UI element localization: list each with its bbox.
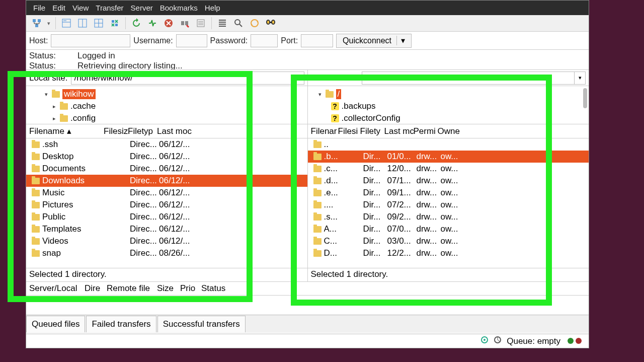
local-tree[interactable]: ▾wikihow▸.cache▸.config <box>26 86 307 124</box>
file-row[interactable]: Desktop Direc... 06/12/... <box>26 151 307 163</box>
remote-site-input[interactable] <box>362 71 575 85</box>
tree-node[interactable]: ▸.config <box>30 112 303 124</box>
svg-rect-3 <box>62 19 70 27</box>
svg-rect-26 <box>270 22 272 23</box>
tree-node[interactable]: ▸.cache <box>30 100 303 112</box>
local-site-input[interactable] <box>71 71 304 85</box>
queue-col[interactable]: Remote file <box>107 283 154 294</box>
file-row[interactable]: Documents Direc... 06/12/... <box>26 163 307 175</box>
transfer-tabs: Queued filesFailed transfersSuccessful t… <box>26 315 589 332</box>
password-input[interactable] <box>251 34 278 47</box>
remote-site-dropdown[interactable]: ▾ <box>575 71 586 85</box>
reconnect-icon[interactable] <box>195 18 206 29</box>
file-row[interactable]: Music Direc... 06/12/... <box>26 187 307 199</box>
local-filelist[interactable]: .ssh Direc... 06/12/... Desktop Direc...… <box>26 138 307 268</box>
quickconnect-bar: Host: Username: Password: Port: Quickcon… <box>26 32 589 50</box>
remote-headers[interactable]: FilenarFilesiFiletyLast mcPermiOwne <box>308 124 589 138</box>
file-row[interactable]: .s... Dir... 09/2... drw... ow... <box>308 211 589 223</box>
column-header[interactable]: Filety <box>360 126 384 136</box>
menu-file[interactable]: File <box>33 4 45 12</box>
queue-col[interactable]: Size <box>157 283 177 294</box>
file-row[interactable]: .. <box>308 138 589 151</box>
local-status: Selected 1 directory. <box>26 268 307 281</box>
queue-col[interactable]: Dire <box>85 283 104 294</box>
toggle-log-icon[interactable] <box>61 18 72 29</box>
queue-col[interactable]: Server/Local <box>29 283 82 294</box>
process-queue-icon[interactable] <box>147 18 158 29</box>
file-row[interactable]: Downloads Direc... 06/12/... <box>26 175 307 187</box>
tree-node[interactable]: ▾/ <box>312 88 585 100</box>
column-header[interactable]: Permi <box>414 126 438 136</box>
username-input[interactable] <box>176 34 207 47</box>
svg-rect-12 <box>181 21 184 25</box>
sync-browse-icon[interactable] <box>249 18 260 29</box>
file-row[interactable]: Templates Direc... 06/12/... <box>26 223 307 235</box>
queue-headers[interactable]: Server/LocalDireRemote fileSizePrioStatu… <box>26 281 589 296</box>
cancel-icon[interactable] <box>163 18 174 29</box>
queue-col[interactable]: Prio <box>180 283 198 294</box>
svg-point-27 <box>267 21 269 24</box>
file-row[interactable]: snap Direc... 08/26/... <box>26 247 307 259</box>
filezilla-window: FileEditViewTransferServerBookmarksHelp … <box>26 0 589 348</box>
tab-0[interactable]: Queued files <box>26 316 85 332</box>
svg-line-23 <box>239 24 242 27</box>
toggle-local-tree-icon[interactable] <box>77 18 88 29</box>
queue-col[interactable]: Status <box>201 283 231 294</box>
menu-bookmarks[interactable]: Bookmarks <box>160 4 198 12</box>
local-site-label: Local site: <box>29 73 68 83</box>
menu-transfer[interactable]: Transfer <box>96 4 123 12</box>
svg-rect-0 <box>33 19 36 22</box>
file-row[interactable]: Pictures Direc... 06/12/... <box>26 199 307 211</box>
remote-filelist[interactable]: .. .b... Dir... 01/0... drw... ow... .c.… <box>308 138 589 268</box>
queue-status-text: Queue: empty <box>507 336 560 346</box>
menu-help[interactable]: Help <box>205 4 220 12</box>
column-header[interactable]: Filesiz <box>104 126 128 136</box>
file-row[interactable]: Videos Direc... 06/12/... <box>26 235 307 247</box>
sitemanager-icon[interactable] <box>31 18 42 29</box>
tab-2[interactable]: Successful transfers <box>157 316 246 332</box>
menu-view[interactable]: View <box>72 4 89 12</box>
file-row[interactable]: .ssh Direc... 06/12/... <box>26 138 307 151</box>
file-row[interactable]: .c... Dir... 12/0... drw... ow... <box>308 163 589 175</box>
disconnect-icon[interactable] <box>179 18 190 29</box>
column-header[interactable]: Last moc <box>157 126 202 136</box>
tree-node[interactable]: ?.collectorConfig <box>312 112 585 124</box>
file-panels: Local site: ▾wikihow▸.cache▸.config File… <box>26 70 589 281</box>
quickconnect-button[interactable]: Quickconnect▾ <box>336 34 412 48</box>
toggle-remote-tree-icon[interactable] <box>93 18 104 29</box>
file-row[interactable]: .b... Dir... 01/0... drw... ow... <box>308 151 589 163</box>
column-header[interactable]: Filename ▴ <box>29 126 104 136</box>
compare-icon[interactable] <box>233 18 244 29</box>
host-input[interactable] <box>51 34 130 47</box>
settings-icon[interactable] <box>480 336 489 346</box>
file-row[interactable]: D... Dir... 12/2... drw... ow... <box>308 247 589 259</box>
tree-node[interactable]: ?.backups <box>312 100 585 112</box>
file-row[interactable]: C... Dir... 03/0... drw... ow... <box>308 235 589 247</box>
svg-rect-1 <box>38 19 41 22</box>
remote-tree[interactable]: ▾/?.backups?.collectorConfig <box>308 86 589 124</box>
toggle-queue-icon[interactable] <box>109 18 120 29</box>
column-header[interactable]: Last mc <box>384 126 414 136</box>
file-row[interactable]: Public Direc... 06/12/... <box>26 211 307 223</box>
column-header[interactable]: Filesi <box>338 126 360 136</box>
local-headers[interactable]: Filename ▴FilesizFiletypLast moc <box>26 124 307 138</box>
port-input[interactable] <box>301 34 333 47</box>
refresh-icon[interactable] <box>131 18 142 29</box>
column-header[interactable]: Filetyp <box>128 126 157 136</box>
file-row[interactable]: .e... Dir... 09/1... drw... ow... <box>308 187 589 199</box>
filter-icon[interactable] <box>217 18 228 29</box>
column-header[interactable]: Filenar <box>311 126 338 136</box>
search-icon[interactable] <box>265 18 276 29</box>
tree-node[interactable]: ▾wikihow <box>30 88 303 100</box>
remote-site-label: Remote site: <box>311 73 359 83</box>
file-row[interactable]: A... Dir... 07/0... drw... ow... <box>308 223 589 235</box>
file-row[interactable]: .d... Dir... 07/1... drw... ow... <box>308 175 589 187</box>
menu-server[interactable]: Server <box>131 4 153 12</box>
menu-edit[interactable]: Edit <box>52 4 65 12</box>
column-header[interactable]: Owne <box>438 126 462 136</box>
tab-1[interactable]: Failed transfers <box>86 316 156 332</box>
lock-icon[interactable] <box>494 336 502 346</box>
queue-list[interactable] <box>26 296 589 315</box>
file-row[interactable]: .... Dir... 07/2... drw... ow... <box>308 199 589 211</box>
username-label: Username: <box>133 36 173 45</box>
